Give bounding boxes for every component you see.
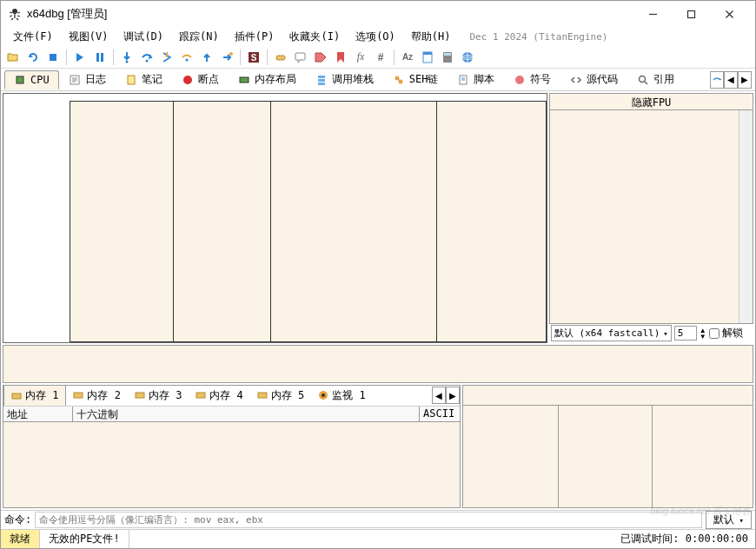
- disassembly-panel[interactable]: [3, 93, 547, 343]
- minimize-button[interactable]: [633, 2, 672, 26]
- svg-rect-16: [444, 53, 451, 56]
- step-over-icon[interactable]: [138, 49, 156, 66]
- svg-rect-36: [258, 393, 267, 398]
- menubar: 文件(F) 视图(V) 调试(D) 跟踪(N) 插件(P) 收藏夹(I) 选项(…: [1, 27, 755, 46]
- dump-tab-2[interactable]: 内存 2: [66, 386, 127, 406]
- trace-into-icon[interactable]: [158, 49, 176, 66]
- menu-help[interactable]: 帮助(H): [404, 28, 458, 46]
- stack-info[interactable]: [462, 385, 753, 406]
- svg-point-6: [146, 59, 149, 62]
- trace-over-icon[interactable]: [178, 49, 196, 66]
- menu-plugins[interactable]: 插件(P): [228, 28, 282, 46]
- online-icon[interactable]: [459, 49, 476, 66]
- disasm-col-comment: [437, 102, 546, 341]
- tab-source[interactable]: 源代码: [560, 69, 627, 90]
- dump-tab-3[interactable]: 内存 3: [128, 386, 189, 406]
- bookmarks-icon[interactable]: [332, 49, 349, 66]
- svg-rect-4: [101, 53, 103, 62]
- strings-icon[interactable]: Az: [399, 49, 416, 66]
- svg-point-30: [515, 76, 524, 84]
- svg-rect-21: [128, 76, 135, 84]
- variables-icon[interactable]: #: [372, 49, 389, 66]
- restart-icon[interactable]: [24, 49, 42, 66]
- menu-trace[interactable]: 跟踪(N): [172, 28, 226, 46]
- hide-fpu-button[interactable]: 隐藏FPU: [549, 93, 753, 110]
- stop-icon[interactable]: [44, 49, 62, 66]
- toolbar: S fx # Az: [1, 46, 755, 69]
- menu-debug[interactable]: 调试(D): [116, 28, 170, 46]
- menu-favorites[interactable]: 收藏夹(I): [282, 28, 347, 46]
- dump-scroll-right[interactable]: ▶: [446, 387, 460, 404]
- menu-options[interactable]: 选项(O): [348, 28, 402, 46]
- svg-point-31: [640, 76, 646, 82]
- separator: [66, 50, 67, 65]
- modules-icon[interactable]: [419, 49, 436, 66]
- calling-convention-combo[interactable]: 默认 (x64 fastcall): [551, 325, 672, 341]
- run-icon[interactable]: [71, 49, 89, 66]
- spinner-buttons[interactable]: ▲▼: [700, 327, 706, 340]
- tab-log[interactable]: 日志: [59, 69, 116, 90]
- dump-scroll-left[interactable]: ◀: [432, 387, 446, 404]
- dump-tab-1[interactable]: 内存 1: [3, 386, 66, 407]
- comments-icon[interactable]: [292, 49, 309, 66]
- tab-callstack[interactable]: 调用堆栈: [306, 69, 383, 90]
- patches-icon[interactable]: [272, 49, 289, 66]
- tab-symbols[interactable]: 符号: [504, 69, 560, 90]
- arg-count-stepper[interactable]: [674, 326, 697, 341]
- status-message: 无效的PE文件!: [40, 530, 129, 548]
- separator: [267, 50, 268, 65]
- tab-memory[interactable]: 内存布局: [229, 69, 306, 90]
- menu-file[interactable]: 文件(F): [6, 28, 60, 46]
- separator: [394, 50, 395, 65]
- dump-header-address[interactable]: 地址: [3, 407, 73, 421]
- svg-rect-11: [276, 56, 285, 60]
- tab-script[interactable]: 脚本: [448, 69, 504, 90]
- tab-scroll-right[interactable]: ▶: [738, 71, 752, 89]
- labels-icon[interactable]: [312, 49, 329, 66]
- tab-breakpoints[interactable]: 断点: [172, 69, 229, 90]
- menu-view[interactable]: 视图(V): [62, 28, 116, 46]
- dump-header-hex[interactable]: 十六进制: [73, 407, 420, 421]
- tab-seh[interactable]: SEH链: [383, 69, 448, 90]
- run-to-user-icon[interactable]: [218, 49, 235, 66]
- tab-references[interactable]: 引用: [627, 69, 684, 90]
- command-mode-combo[interactable]: 默认: [706, 511, 752, 529]
- dump-tab-5[interactable]: 内存 5: [250, 386, 311, 406]
- svg-rect-33: [74, 393, 83, 398]
- tab-scroll-left[interactable]: ◀: [724, 71, 738, 89]
- open-icon[interactable]: [4, 49, 22, 66]
- command-label: 命令:: [4, 513, 31, 527]
- svg-rect-26: [318, 83, 325, 85]
- dump-header-ascii[interactable]: ASCII: [420, 407, 460, 421]
- svg-point-8: [229, 52, 233, 56]
- tab-notes[interactable]: 笔记: [116, 69, 172, 90]
- svg-point-7: [186, 58, 189, 61]
- pause-icon[interactable]: [91, 49, 109, 66]
- run-to-return-icon[interactable]: [198, 49, 216, 66]
- svg-text:S: S: [251, 53, 257, 63]
- close-button[interactable]: [710, 2, 748, 26]
- window-title: x64dbg [管理员]: [27, 6, 633, 22]
- watch-tab-1[interactable]: 监视 1: [311, 386, 372, 406]
- disasm-col-address: [70, 102, 174, 341]
- dump-tab-4[interactable]: 内存 4: [189, 386, 249, 406]
- step-into-icon[interactable]: [118, 49, 136, 66]
- info-panel[interactable]: [3, 345, 753, 383]
- scylla-icon[interactable]: S: [245, 49, 262, 66]
- dump-tabs: 内存 1 内存 2 内存 3 内存 4 内存 5 监视 1 ◀▶: [3, 386, 460, 407]
- svg-rect-14: [423, 52, 432, 55]
- registers-panel[interactable]: [549, 110, 753, 324]
- status-ready: 就绪: [1, 530, 40, 548]
- functions-icon[interactable]: fx: [352, 49, 369, 66]
- maximize-button[interactable]: [672, 2, 710, 26]
- svg-rect-19: [17, 76, 23, 83]
- tab-cpu[interactable]: CPU: [4, 70, 59, 89]
- tab-hidden-icon[interactable]: [710, 71, 724, 89]
- dump-body[interactable]: [3, 422, 460, 507]
- command-input[interactable]: [35, 512, 701, 528]
- stack-panel[interactable]: [462, 406, 753, 508]
- scrollbar[interactable]: [739, 110, 753, 323]
- svg-point-5: [126, 60, 129, 63]
- calculator-icon[interactable]: [439, 49, 456, 66]
- unlock-checkbox[interactable]: 解锁: [709, 326, 743, 341]
